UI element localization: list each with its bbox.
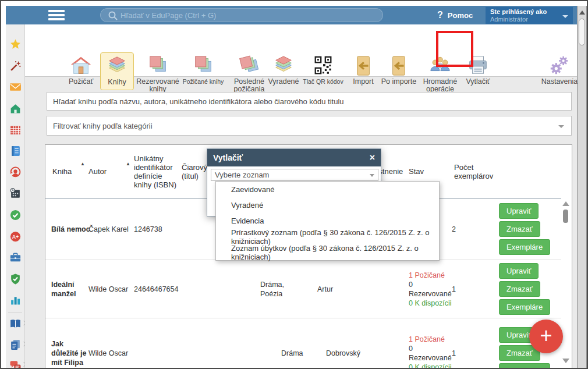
toolbar-item-nastavenia[interactable]: Nastavenia — [535, 55, 584, 86]
row-actions: Upraviť Zmazať Exempláre — [499, 260, 550, 318]
layers-icon — [106, 55, 128, 77]
scroll-up-icon[interactable] — [579, 10, 585, 15]
status-reserved: 0 Rezervované — [409, 280, 453, 299]
timetable-grid-icon[interactable] — [7, 122, 23, 138]
book-search-input[interactable] — [47, 93, 571, 110]
documents-icon[interactable] — [7, 336, 23, 353]
close-icon[interactable]: × — [370, 153, 375, 162]
chevron-down-icon — [558, 125, 564, 128]
copies-button[interactable]: Exempláre — [499, 299, 550, 315]
status-reserved: 0 Rezervované — [409, 344, 453, 363]
cell-title: Jak důležité je mít Filipa — [51, 318, 91, 369]
cell-category: Dráma — [281, 318, 318, 369]
print-list-select-value: Vyberte zoznam — [215, 171, 269, 179]
toolbar-item-vytlacit[interactable]: Vytlačiť — [454, 55, 502, 86]
cell-status: 1 Požičané 0 Rezervované 0 K dispozícii — [409, 318, 453, 369]
house-icon[interactable] — [7, 100, 23, 116]
notebook-icon[interactable] — [7, 143, 23, 159]
sort-asc-icon[interactable]: ▲ — [80, 161, 85, 166]
bar-chart-icon[interactable] — [7, 292, 23, 308]
table-scroll-down-icon[interactable] — [562, 359, 569, 363]
copies-button[interactable]: Exempláre — [499, 363, 550, 369]
layers-icon — [272, 55, 295, 77]
dropdown-option[interactable]: Vyradené — [216, 197, 439, 213]
grades-icon[interactable]: A+ — [7, 228, 23, 244]
check-circle-icon[interactable] — [7, 207, 23, 223]
account-menu[interactable]: Ste prihlásený ako Administrátor — [486, 7, 573, 24]
book-search-field — [47, 92, 572, 111]
table-row: Jak důležité je mít Filipa Wilde Oscar D… — [45, 318, 561, 369]
envelope-icon[interactable] — [7, 79, 23, 95]
toolbar-label: Rezervované knihy — [133, 78, 182, 93]
account-role: Administrátor — [490, 16, 568, 23]
delete-button[interactable]: Zmazať — [499, 281, 540, 297]
shield-check-icon[interactable] — [7, 271, 23, 287]
scrollbar-thumb[interactable] — [579, 19, 585, 45]
toolbar-label: Knihy — [101, 79, 133, 86]
print-list-dropdown: Zaevidované Vyradené Evidencia Prírastko… — [215, 181, 440, 261]
category-filter-label: Filtrovať knihy podľa kategórii — [53, 122, 153, 130]
cell-title: Ideální manžel — [51, 260, 91, 318]
briefcase-icon[interactable] — [7, 249, 23, 265]
table-row: Ideální manžel Wilde Oscar 24646467654 D… — [45, 260, 561, 318]
dropdown-option[interactable]: Evidencia — [216, 213, 439, 229]
print-list-select[interactable]: Vyberte zoznam — [211, 169, 378, 181]
table-scrollbar-thumb[interactable] — [563, 210, 568, 223]
cell-publisher: Artur — [317, 260, 362, 318]
add-book-fab[interactable]: + — [529, 320, 563, 353]
import-door-icon — [388, 55, 410, 77]
column-header-pocet: Počet exemplárov — [454, 145, 501, 198]
messages-icon[interactable] — [7, 357, 23, 369]
column-header-autor[interactable]: Autor — [88, 145, 114, 198]
cell-count: 1 — [452, 318, 487, 369]
svg-text:A+: A+ — [12, 234, 19, 240]
toolbar-item-pozicane-knihy[interactable]: Požičané knihy — [179, 55, 228, 86]
toolbar-item-knihy[interactable]: Knihy — [100, 52, 134, 90]
library-book-icon[interactable] — [7, 315, 23, 332]
edit-button[interactable]: Upraviť — [499, 263, 539, 279]
library-toolbar: Požičať Knihy Rezervované knihy Požičané… — [25, 24, 577, 77]
row-actions: Upraviť Zmazať Exempláre — [499, 198, 550, 260]
sort-asc-icon[interactable]: ▲ — [126, 161, 130, 166]
status-borrowed: 1 Požičané — [409, 271, 453, 280]
import-door-icon — [352, 55, 374, 77]
hamburger-menu-icon[interactable] — [43, 6, 70, 24]
chevron-down-icon — [370, 174, 374, 177]
toolbar-item-pozicat[interactable]: Požičať — [56, 55, 105, 86]
cards-icon — [147, 55, 169, 77]
column-header-kniha[interactable]: Kniha — [52, 145, 79, 198]
dropdown-option[interactable]: Prírastkový zoznam (podľa § 30 zákona č.… — [216, 229, 439, 244]
cell-title: Bílá nemoc — [51, 198, 91, 260]
person-sync-icon[interactable] — [7, 164, 23, 180]
qr-code-icon — [312, 55, 334, 77]
column-header-isbn: Unikátny identifikátor definície knihy (… — [134, 145, 180, 198]
plus-icon: + — [540, 325, 552, 346]
top-bar: ? Pomoc Ste prihlásený ako Administrátor — [6, 6, 578, 24]
calendar-clock-icon[interactable] — [7, 185, 23, 201]
help-question-icon: ? — [437, 10, 443, 20]
dropdown-option[interactable]: Zaevidované — [216, 182, 439, 197]
global-search-input[interactable] — [121, 11, 353, 20]
cell-isbn: 24646467654 — [134, 260, 186, 318]
account-label: Ste prihlásený ako — [490, 8, 568, 16]
edit-button[interactable]: Upraviť — [499, 203, 539, 219]
cell-author: Wilde Oscar — [88, 318, 132, 369]
copies-button[interactable]: Exempláre — [499, 239, 550, 255]
star-icon[interactable] — [7, 36, 23, 52]
toolbar-item-rezervovane-knihy[interactable]: Rezervované knihy — [133, 55, 182, 93]
magic-wand-icon[interactable] — [7, 58, 23, 74]
dropdown-option[interactable]: Zoznam úbytkov (podľa § 30 zákona č. 126… — [216, 244, 439, 260]
people-group-icon — [429, 55, 451, 77]
category-filter-select[interactable]: Filtrovať knihy podľa kategórii — [47, 116, 572, 136]
cards-icon — [192, 55, 214, 77]
status-borrowed: 1 Požičané — [409, 335, 453, 344]
toolbar-label: Požičané knihy — [179, 78, 228, 86]
cell-status: 1 Požičané 0 Rezervované 0 K dispozícii — [409, 260, 453, 318]
table-scroll-up-icon[interactable] — [562, 201, 569, 206]
status-available: 0 K dispozícii — [409, 363, 453, 369]
toolbar-label: Vytlačiť — [454, 78, 502, 86]
cell-count: 1 — [452, 260, 487, 318]
delete-button[interactable]: Zmazať — [499, 221, 540, 237]
help-button[interactable]: ? Pomoc — [437, 6, 473, 24]
toolbar-label: Požičať — [56, 78, 105, 86]
